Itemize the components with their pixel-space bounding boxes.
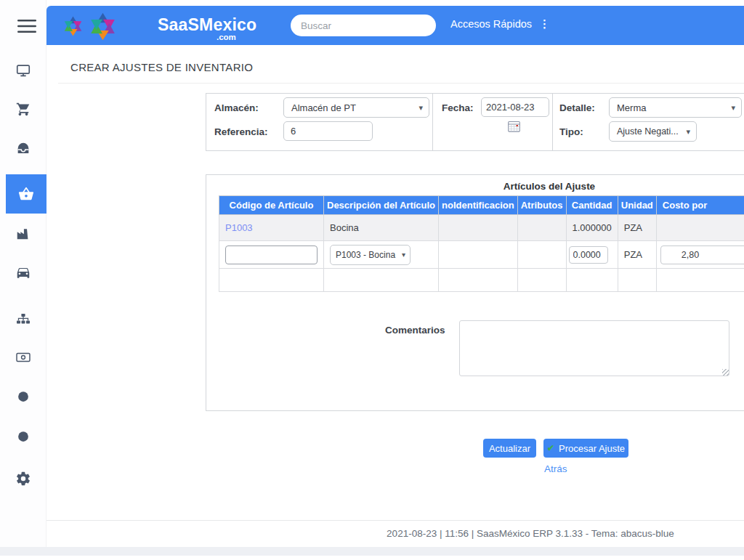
top-header: SaaSMexico .com Accesos Rápidos	[46, 6, 744, 45]
sidebar	[0, 0, 46, 547]
article-noidentificacion	[439, 215, 518, 241]
car-icon	[15, 264, 31, 280]
type-label: Tipo:	[559, 126, 583, 137]
articles-title: Artículos del Ajuste	[472, 181, 626, 192]
money-icon	[15, 349, 31, 365]
sidebar-item-monitor[interactable]	[0, 54, 46, 86]
new-article-select[interactable]: P1003 - Bocina	[330, 245, 411, 265]
table-entry-row: P1003 - Bocina PZA	[219, 241, 744, 269]
detail-label: Detalle:	[559, 102, 595, 113]
new-article-unidad: PZA	[618, 241, 656, 269]
reference-input[interactable]	[283, 121, 373, 141]
date-input[interactable]	[481, 97, 549, 117]
inbox-icon	[15, 141, 31, 157]
warehouse-label: Almacén:	[214, 102, 259, 113]
sidebar-item-inbox[interactable]	[0, 133, 46, 165]
table-row: P1003 Bocina 1.000000 PZA	[219, 215, 744, 241]
article-description: Bocina	[324, 215, 439, 241]
col-descripcion: Descripción del Artículo	[324, 196, 439, 215]
monitor-icon	[15, 62, 31, 78]
comments-textarea[interactable]	[459, 320, 729, 376]
title-divider	[58, 83, 744, 84]
article-costo	[656, 215, 744, 241]
sidebar-item-dot-1[interactable]	[0, 381, 46, 413]
sidebar-item-sitemap[interactable]	[0, 304, 46, 336]
circle-icon	[15, 429, 31, 445]
update-button[interactable]: Actualizar	[483, 439, 536, 458]
detail-select[interactable]: Merma	[609, 97, 742, 118]
article-atributos	[517, 215, 566, 241]
check-icon: ✔	[547, 443, 554, 453]
form-divider-1	[432, 93, 433, 151]
new-article-costo-input[interactable]	[660, 245, 744, 264]
col-costo: Costo por	[656, 196, 744, 215]
type-select[interactable]: Ajuste Negati...	[609, 121, 697, 142]
new-article-code-input[interactable]	[225, 245, 318, 264]
article-cantidad: 1.000000	[566, 215, 618, 241]
new-article-cantidad-input[interactable]	[569, 246, 608, 264]
articles-table: Código de Artículo Descripción del Artíc…	[219, 195, 744, 292]
search-input[interactable]	[291, 15, 436, 36]
horizontal-scrollbar-track[interactable]	[0, 547, 744, 556]
new-article-atributos	[517, 241, 566, 269]
textarea-resize-handle[interactable]	[722, 369, 729, 376]
col-atributos: Atributos	[517, 196, 566, 215]
footer-divider	[46, 520, 744, 521]
shopping-cart-icon	[15, 101, 31, 117]
back-link[interactable]: Atrás	[544, 463, 567, 474]
col-unidad: Unidad	[618, 196, 656, 215]
footer-status-text: 2021-08-23 | 11:56 | SaasMéxico ERP 3.1.…	[46, 528, 744, 539]
table-header-row: Código de Artículo Descripción del Artíc…	[219, 196, 744, 215]
app-window: SaaSMexico .com Accesos Rápidos CREAR AJ…	[0, 0, 744, 560]
sitemap-icon	[15, 312, 31, 328]
detail-value: Merma	[617, 102, 646, 113]
calendar-icon[interactable]	[508, 121, 520, 132]
new-article-noidentificacion	[439, 241, 518, 269]
page-title: CREAR AJUSTES DE INVENTARIO	[70, 61, 253, 73]
menu-icon[interactable]	[17, 19, 36, 33]
reference-label: Referencia:	[214, 126, 268, 137]
sidebar-item-car[interactable]	[0, 256, 46, 288]
form-divider-2	[552, 93, 553, 151]
sidebar-item-money[interactable]	[0, 341, 46, 373]
type-value: Ajuste Negati...	[617, 126, 679, 137]
warehouse-value: Almacén de PT	[291, 102, 356, 113]
sidebar-item-factory[interactable]	[0, 218, 46, 250]
process-adjustment-button[interactable]: ✔ Procesar Ajuste	[543, 439, 628, 458]
new-article-select-value: P1003 - Bocina	[336, 250, 395, 260]
logo-pinwheel-icon-small	[62, 14, 84, 38]
circle-icon	[15, 389, 31, 405]
process-button-label: Procesar Ajuste	[559, 443, 625, 454]
update-button-label: Actualizar	[489, 443, 530, 454]
warehouse-select[interactable]: Almacén de PT	[283, 97, 429, 118]
factory-icon	[15, 226, 31, 242]
sidebar-item-dot-2[interactable]	[0, 421, 46, 453]
table-empty-row	[219, 269, 744, 292]
sidebar-item-settings[interactable]	[0, 463, 46, 495]
col-cantidad: Cantidad	[566, 196, 618, 215]
sidebar-item-inventory[interactable]	[6, 174, 46, 214]
comments-label: Comentarios	[385, 325, 445, 336]
logo-suffix: .com	[217, 33, 236, 41]
article-code-link[interactable]: P1003	[225, 222, 253, 233]
gear-icon	[15, 471, 31, 487]
sidebar-item-shopping-cart[interactable]	[0, 93, 46, 125]
article-unidad: PZA	[618, 215, 656, 241]
col-noidentificacion: noIdentificacion	[439, 196, 518, 215]
quick-access-menu[interactable]: Accesos Rápidos	[450, 17, 550, 31]
logo-pinwheel-icon-large	[87, 9, 118, 44]
basket-icon	[18, 186, 34, 202]
logo-text: SaaSMexico	[158, 15, 256, 35]
date-label: Fecha:	[442, 102, 474, 113]
col-codigo: Código de Artículo	[219, 196, 324, 215]
